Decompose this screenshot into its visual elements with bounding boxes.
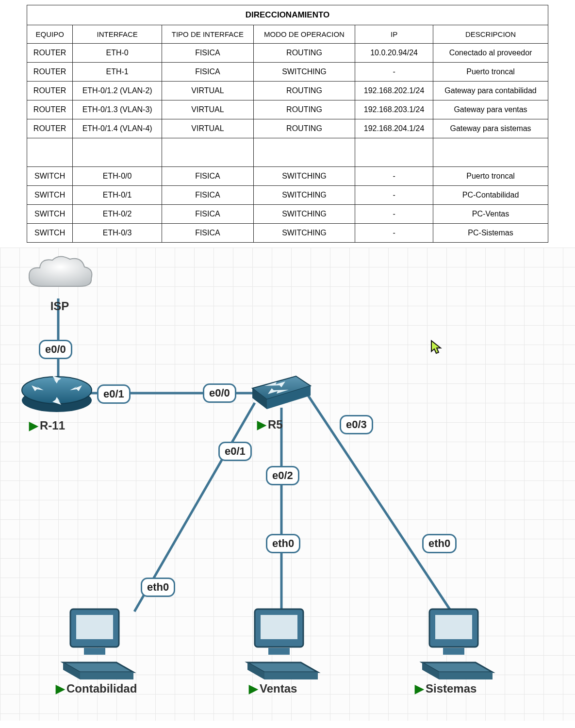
router-icon — [19, 369, 95, 415]
table-row: SWITCHETH-0/2FISICASWITCHING-PC-Ventas — [27, 205, 548, 224]
table-row: ROUTERETH-0FISICAROUTING10.0.20.94/24Con… — [27, 44, 548, 63]
table-cell — [433, 138, 548, 167]
table-cell: ROUTER — [27, 82, 73, 100]
pc-icon — [56, 604, 141, 682]
table-cell: VIRTUAL — [162, 82, 254, 100]
table-cell: ROUTER — [27, 100, 73, 119]
port-s-e00: e0/0 — [203, 383, 236, 403]
pc-sistemas-node[interactable]: ▶Sistemas — [415, 604, 500, 695]
table-row: ROUTERETH-0/1.4 (VLAN-4)VIRTUALROUTING19… — [27, 119, 548, 138]
router-node[interactable]: ▶R-11 — [19, 369, 95, 432]
port-r-e01: e0/1 — [97, 384, 131, 404]
table-cell: SWITCHING — [253, 167, 355, 186]
port-pc3-eth: eth0 — [422, 534, 457, 553]
table-cell: ETH-0/1.4 (VLAN-4) — [73, 119, 162, 138]
pc-icon — [415, 604, 500, 682]
pc-icon — [240, 604, 325, 682]
router-label: ▶R-11 — [19, 419, 95, 432]
table-row: ROUTERETH-1FISICASWITCHING-Puerto tronca… — [27, 63, 548, 82]
svg-rect-12 — [268, 648, 290, 655]
table-cell — [27, 138, 73, 167]
pc1-label: ▶Contabilidad — [56, 682, 141, 695]
table-cell: - — [355, 186, 433, 205]
port-s-e02: e0/2 — [266, 466, 299, 485]
svg-rect-9 — [84, 648, 105, 655]
table-cell: ROUTER — [27, 44, 73, 63]
table-cell: ETH-0/0 — [73, 167, 162, 186]
svg-line-4 — [308, 396, 451, 612]
table-cell: ETH-0/2 — [73, 205, 162, 224]
table-cell: - — [355, 63, 433, 82]
table-cell — [73, 138, 162, 167]
table-cell: PC-Sistemas — [433, 224, 548, 243]
table-cell: ETH-0/1 — [73, 186, 162, 205]
table-cell: FISICA — [162, 63, 254, 82]
port-pc1-eth: eth0 — [141, 578, 175, 597]
table-cell: ETH-0/1.2 (VLAN-2) — [73, 82, 162, 100]
col-desc: DESCRIPCION — [433, 25, 548, 44]
switch-icon — [243, 371, 313, 415]
port-r-e00: e0/0 — [39, 340, 72, 359]
table-cell: ROUTING — [253, 44, 355, 63]
table-cell: ETH-0/3 — [73, 224, 162, 243]
table-row: SWITCHETH-0/0FISICASWITCHING-Puerto tron… — [27, 167, 548, 186]
col-interface: INTERFACE — [73, 25, 162, 44]
col-ip: IP — [355, 25, 433, 44]
port-pc2-eth: eth0 — [266, 534, 300, 553]
switch-label: ▶R5 — [243, 418, 313, 431]
table-cell: VIRTUAL — [162, 100, 254, 119]
pc-contabilidad-node[interactable]: ▶Contabilidad — [56, 604, 141, 695]
table-cell: FISICA — [162, 205, 254, 224]
table-cell: SWITCH — [27, 167, 73, 186]
svg-rect-8 — [76, 615, 113, 639]
addressing-table-wrap: DIRECCIONAMIENTO EQUIPO INTERFACE TIPO D… — [0, 0, 575, 248]
table-cell: ETH-1 — [73, 63, 162, 82]
addressing-table: DIRECCIONAMIENTO EQUIPO INTERFACE TIPO D… — [27, 5, 548, 243]
isp-node[interactable]: ISP — [23, 252, 96, 313]
table-cell: SWITCHING — [253, 186, 355, 205]
table-cell: - — [355, 205, 433, 224]
table-row: ROUTERETH-0/1.3 (VLAN-3)VIRTUALROUTING19… — [27, 100, 548, 119]
table-cell: ROUTER — [27, 119, 73, 138]
cloud-icon — [23, 252, 96, 298]
svg-rect-14 — [435, 615, 472, 639]
table-header-row: EQUIPO INTERFACE TIPO DE INTERFACE MODO … — [27, 25, 548, 44]
table-cell: - — [355, 167, 433, 186]
pc-ventas-node[interactable]: ▶Ventas — [240, 604, 325, 695]
table-cell: ROUTER — [27, 63, 73, 82]
svg-rect-11 — [261, 615, 297, 639]
table-cell: SWITCHING — [253, 224, 355, 243]
table-cell: Gateway para sistemas — [433, 119, 548, 138]
table-cell: SWITCHING — [253, 205, 355, 224]
table-cell: SWITCH — [27, 186, 73, 205]
table-cell: Gateway para ventas — [433, 100, 548, 119]
table-cell: ETH-0/1.3 (VLAN-3) — [73, 100, 162, 119]
table-cell: ROUTING — [253, 100, 355, 119]
switch-node[interactable]: ▶R5 — [243, 371, 313, 431]
table-cell: 192.168.204.1/24 — [355, 119, 433, 138]
svg-rect-15 — [443, 648, 464, 655]
table-cell: FISICA — [162, 224, 254, 243]
table-cell: Puerto troncal — [433, 167, 548, 186]
table-cell — [253, 138, 355, 167]
table-cell: ROUTING — [253, 119, 355, 138]
table-cell: - — [355, 224, 433, 243]
isp-label: ISP — [23, 299, 96, 313]
table-cell: Conectado al proveedor — [433, 44, 548, 63]
table-cell: PC-Ventas — [433, 205, 548, 224]
cursor-icon — [430, 340, 444, 357]
table-cell: FISICA — [162, 186, 254, 205]
table-cell: FISICA — [162, 44, 254, 63]
table-cell — [162, 138, 254, 167]
table-cell: SWITCH — [27, 224, 73, 243]
port-s-e01: e0/1 — [218, 442, 252, 461]
table-cell: 10.0.20.94/24 — [355, 44, 433, 63]
port-s-e03: e0/3 — [340, 415, 373, 434]
table-cell: Puerto troncal — [433, 63, 548, 82]
col-tipo: TIPO DE INTERFACE — [162, 25, 254, 44]
table-row: ROUTERETH-0/1.2 (VLAN-2)VIRTUALROUTING19… — [27, 82, 548, 100]
pc2-label: ▶Ventas — [240, 682, 325, 695]
table-cell: PC-Contabilidad — [433, 186, 548, 205]
network-diagram[interactable]: ISP ▶R-11 — [0, 248, 575, 721]
table-cell: ETH-0 — [73, 44, 162, 63]
